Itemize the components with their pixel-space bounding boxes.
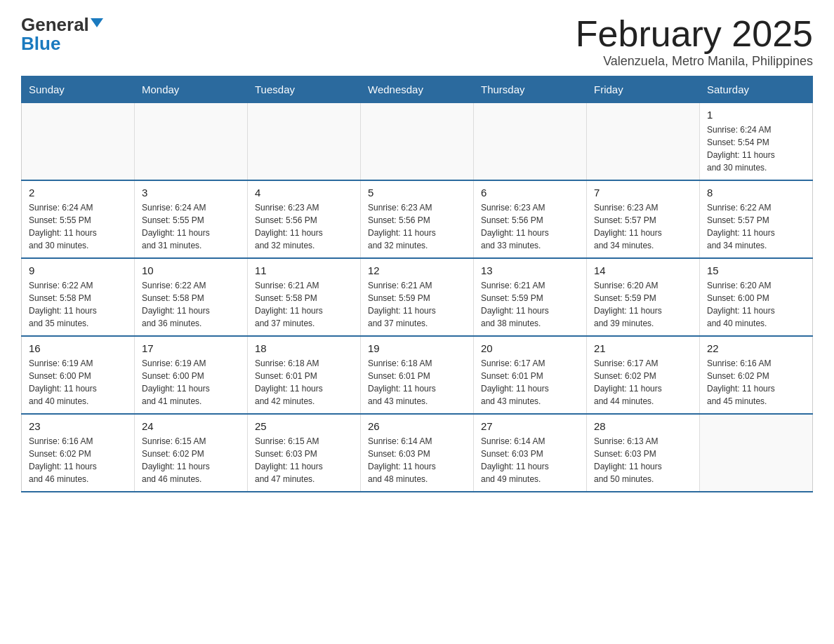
day-number: 4 bbox=[255, 187, 353, 199]
day-number: 1 bbox=[707, 109, 805, 121]
day-info: Sunrise: 6:20 AM Sunset: 6:00 PM Dayligh… bbox=[707, 279, 805, 330]
calendar-day-cell bbox=[135, 103, 248, 181]
day-number: 19 bbox=[368, 342, 466, 354]
day-number: 6 bbox=[481, 187, 579, 199]
calendar-subtitle: Valenzuela, Metro Manila, Philippines bbox=[576, 54, 813, 69]
calendar-day-cell: 26Sunrise: 6:14 AM Sunset: 6:03 PM Dayli… bbox=[361, 414, 474, 492]
calendar-day-cell: 2Sunrise: 6:24 AM Sunset: 5:55 PM Daylig… bbox=[22, 180, 135, 258]
day-number: 12 bbox=[368, 264, 466, 276]
day-number: 13 bbox=[481, 264, 579, 276]
day-info: Sunrise: 6:18 AM Sunset: 6:01 PM Dayligh… bbox=[368, 357, 466, 408]
day-number: 18 bbox=[255, 342, 353, 354]
day-number: 15 bbox=[707, 264, 805, 276]
day-number: 10 bbox=[142, 264, 240, 276]
header-wednesday: Wednesday bbox=[361, 76, 474, 103]
day-info: Sunrise: 6:23 AM Sunset: 5:56 PM Dayligh… bbox=[481, 201, 579, 252]
day-info: Sunrise: 6:18 AM Sunset: 6:01 PM Dayligh… bbox=[255, 357, 353, 408]
day-info: Sunrise: 6:17 AM Sunset: 6:02 PM Dayligh… bbox=[594, 357, 692, 408]
logo-triangle-icon bbox=[91, 18, 103, 27]
calendar-day-cell bbox=[700, 414, 813, 492]
calendar-week-row: 16Sunrise: 6:19 AM Sunset: 6:00 PM Dayli… bbox=[22, 336, 813, 414]
day-info: Sunrise: 6:16 AM Sunset: 6:02 PM Dayligh… bbox=[707, 357, 805, 408]
day-number: 21 bbox=[594, 342, 692, 354]
calendar-day-cell bbox=[587, 103, 700, 181]
calendar-day-cell bbox=[474, 103, 587, 181]
calendar-day-cell: 11Sunrise: 6:21 AM Sunset: 5:58 PM Dayli… bbox=[248, 258, 361, 336]
day-number: 20 bbox=[481, 342, 579, 354]
day-number: 3 bbox=[142, 187, 240, 199]
day-info: Sunrise: 6:15 AM Sunset: 6:02 PM Dayligh… bbox=[142, 435, 240, 485]
day-info: Sunrise: 6:14 AM Sunset: 6:03 PM Dayligh… bbox=[481, 435, 579, 485]
day-info: Sunrise: 6:21 AM Sunset: 5:58 PM Dayligh… bbox=[255, 279, 353, 330]
day-info: Sunrise: 6:19 AM Sunset: 6:00 PM Dayligh… bbox=[142, 357, 240, 408]
day-info: Sunrise: 6:21 AM Sunset: 5:59 PM Dayligh… bbox=[481, 279, 579, 330]
day-info: Sunrise: 6:20 AM Sunset: 5:59 PM Dayligh… bbox=[594, 279, 692, 330]
day-number: 16 bbox=[29, 342, 127, 354]
day-info: Sunrise: 6:22 AM Sunset: 5:58 PM Dayligh… bbox=[29, 279, 127, 330]
calendar-week-row: 2Sunrise: 6:24 AM Sunset: 5:55 PM Daylig… bbox=[22, 180, 813, 258]
calendar-day-cell: 23Sunrise: 6:16 AM Sunset: 6:02 PM Dayli… bbox=[22, 414, 135, 492]
calendar-day-cell: 8Sunrise: 6:22 AM Sunset: 5:57 PM Daylig… bbox=[700, 180, 813, 258]
day-number: 14 bbox=[594, 264, 692, 276]
calendar-week-row: 23Sunrise: 6:16 AM Sunset: 6:02 PM Dayli… bbox=[22, 414, 813, 492]
day-number: 8 bbox=[707, 187, 805, 199]
day-info: Sunrise: 6:14 AM Sunset: 6:03 PM Dayligh… bbox=[368, 435, 466, 485]
calendar-day-cell: 12Sunrise: 6:21 AM Sunset: 5:59 PM Dayli… bbox=[361, 258, 474, 336]
day-number: 26 bbox=[368, 420, 466, 432]
day-number: 11 bbox=[255, 264, 353, 276]
day-number: 23 bbox=[29, 420, 127, 432]
logo-blue-text: Blue bbox=[21, 33, 60, 55]
day-info: Sunrise: 6:22 AM Sunset: 5:57 PM Dayligh… bbox=[707, 201, 805, 252]
header-saturday: Saturday bbox=[700, 76, 813, 103]
day-info: Sunrise: 6:23 AM Sunset: 5:56 PM Dayligh… bbox=[368, 201, 466, 252]
calendar-title: February 2025 bbox=[576, 14, 813, 54]
day-number: 5 bbox=[368, 187, 466, 199]
calendar-day-cell: 21Sunrise: 6:17 AM Sunset: 6:02 PM Dayli… bbox=[587, 336, 700, 414]
day-number: 24 bbox=[142, 420, 240, 432]
calendar-day-cell: 16Sunrise: 6:19 AM Sunset: 6:00 PM Dayli… bbox=[22, 336, 135, 414]
header-thursday: Thursday bbox=[474, 76, 587, 103]
header-monday: Monday bbox=[135, 76, 248, 103]
day-info: Sunrise: 6:24 AM Sunset: 5:55 PM Dayligh… bbox=[142, 201, 240, 252]
calendar-week-row: 1Sunrise: 6:24 AM Sunset: 5:54 PM Daylig… bbox=[22, 103, 813, 181]
day-info: Sunrise: 6:23 AM Sunset: 5:57 PM Dayligh… bbox=[594, 201, 692, 252]
calendar-day-cell: 15Sunrise: 6:20 AM Sunset: 6:00 PM Dayli… bbox=[700, 258, 813, 336]
calendar-day-cell: 17Sunrise: 6:19 AM Sunset: 6:00 PM Dayli… bbox=[135, 336, 248, 414]
day-number: 17 bbox=[142, 342, 240, 354]
calendar-day-cell: 19Sunrise: 6:18 AM Sunset: 6:01 PM Dayli… bbox=[361, 336, 474, 414]
day-number: 9 bbox=[29, 264, 127, 276]
day-info: Sunrise: 6:21 AM Sunset: 5:59 PM Dayligh… bbox=[368, 279, 466, 330]
calendar-day-cell: 4Sunrise: 6:23 AM Sunset: 5:56 PM Daylig… bbox=[248, 180, 361, 258]
day-number: 22 bbox=[707, 342, 805, 354]
calendar-table: SundayMondayTuesdayWednesdayThursdayFrid… bbox=[21, 76, 813, 492]
calendar-day-cell: 13Sunrise: 6:21 AM Sunset: 5:59 PM Dayli… bbox=[474, 258, 587, 336]
logo: General Blue bbox=[21, 14, 103, 55]
calendar-day-cell: 6Sunrise: 6:23 AM Sunset: 5:56 PM Daylig… bbox=[474, 180, 587, 258]
calendar-day-cell: 20Sunrise: 6:17 AM Sunset: 6:01 PM Dayli… bbox=[474, 336, 587, 414]
calendar-day-cell: 10Sunrise: 6:22 AM Sunset: 5:58 PM Dayli… bbox=[135, 258, 248, 336]
calendar-day-cell: 25Sunrise: 6:15 AM Sunset: 6:03 PM Dayli… bbox=[248, 414, 361, 492]
day-number: 25 bbox=[255, 420, 353, 432]
calendar-day-cell: 14Sunrise: 6:20 AM Sunset: 5:59 PM Dayli… bbox=[587, 258, 700, 336]
day-info: Sunrise: 6:23 AM Sunset: 5:56 PM Dayligh… bbox=[255, 201, 353, 252]
day-info: Sunrise: 6:24 AM Sunset: 5:55 PM Dayligh… bbox=[29, 201, 127, 252]
day-info: Sunrise: 6:17 AM Sunset: 6:01 PM Dayligh… bbox=[481, 357, 579, 408]
calendar-day-cell bbox=[22, 103, 135, 181]
calendar-day-cell: 28Sunrise: 6:13 AM Sunset: 6:03 PM Dayli… bbox=[587, 414, 700, 492]
day-number: 7 bbox=[594, 187, 692, 199]
header-tuesday: Tuesday bbox=[248, 76, 361, 103]
calendar-day-cell bbox=[361, 103, 474, 181]
day-info: Sunrise: 6:24 AM Sunset: 5:54 PM Dayligh… bbox=[707, 123, 805, 174]
calendar-day-cell: 1Sunrise: 6:24 AM Sunset: 5:54 PM Daylig… bbox=[700, 103, 813, 181]
calendar-day-cell: 24Sunrise: 6:15 AM Sunset: 6:02 PM Dayli… bbox=[135, 414, 248, 492]
day-info: Sunrise: 6:19 AM Sunset: 6:00 PM Dayligh… bbox=[29, 357, 127, 408]
calendar-day-cell: 9Sunrise: 6:22 AM Sunset: 5:58 PM Daylig… bbox=[22, 258, 135, 336]
day-info: Sunrise: 6:22 AM Sunset: 5:58 PM Dayligh… bbox=[142, 279, 240, 330]
page-header: General Blue February 2025 Valenzuela, M… bbox=[21, 14, 813, 69]
calendar-day-cell: 5Sunrise: 6:23 AM Sunset: 5:56 PM Daylig… bbox=[361, 180, 474, 258]
day-info: Sunrise: 6:16 AM Sunset: 6:02 PM Dayligh… bbox=[29, 435, 127, 485]
calendar-header-row: SundayMondayTuesdayWednesdayThursdayFrid… bbox=[22, 76, 813, 103]
header-sunday: Sunday bbox=[22, 76, 135, 103]
day-number: 27 bbox=[481, 420, 579, 432]
calendar-day-cell: 3Sunrise: 6:24 AM Sunset: 5:55 PM Daylig… bbox=[135, 180, 248, 258]
